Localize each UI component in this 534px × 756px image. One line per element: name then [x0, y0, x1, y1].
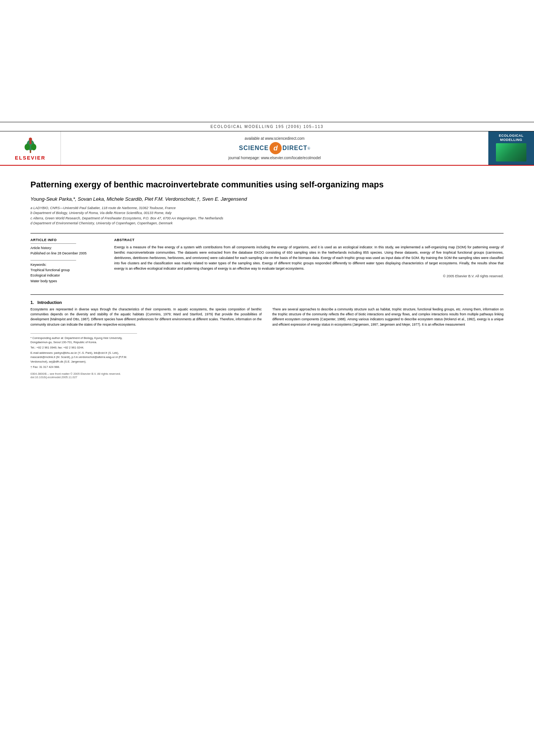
svg-rect-5: [29, 141, 31, 144]
keywords-section: Keywords: Trophical functional group Eco…: [30, 262, 107, 284]
science-text: SCIENCE: [239, 145, 269, 152]
bottom-bar: 0304-3800/$ – see front matter © 2005 El…: [30, 372, 504, 379]
body-col-left-text: Ecosystems are represented in diverse wa…: [30, 307, 262, 327]
author-text: Young-Seuk Parka,*, Sovan Leka, Michele …: [30, 196, 247, 202]
published-online: Published on line 28 December 2005: [30, 251, 107, 256]
svg-point-4: [29, 137, 32, 141]
article-info: ARTICLE INFO Article history: Published …: [30, 238, 107, 288]
footnote-fax: † Fax: 31 317 424 988.: [30, 365, 137, 369]
doi-line: doi:10.1016/j.ecolmodel.2005.11.027: [30, 376, 504, 379]
footnote-tel: Tel.: +82 2 961 0946; fax: +82 2 961 024…: [30, 345, 137, 350]
journal-header-text: ECOLOGICAL MODELLING 195 (2006) 105–113: [210, 125, 324, 129]
main-content: Patterning exergy of benthic macroinvert…: [0, 166, 534, 387]
sciencedirect-logo: SCIENCE d DIRECT ®: [239, 142, 310, 154]
affiliation-b: b Department of Biology, University of R…: [30, 211, 504, 216]
journal-homepage-text: journal homepage: www.elsevier.com/locat…: [228, 156, 321, 160]
keyword-3: Water body types: [30, 278, 107, 284]
journal-cover-image: ECOLOGICALMODELLING: [488, 131, 534, 165]
cover-image-placeholder: [496, 143, 526, 161]
body-col-right-text: There are several approaches to describe…: [273, 307, 504, 327]
direct-text: DIRECT: [282, 145, 308, 152]
elsevier-tree-icon: [21, 136, 40, 154]
top-margin: [0, 0, 534, 122]
body-col-left: Ecosystems are represented in diverse wa…: [30, 307, 262, 327]
elsevier-banner: ELSEVIER: [0, 131, 61, 165]
body-divider: [30, 294, 504, 295]
available-at-text: available at www.sciencedirect.com: [245, 136, 304, 141]
section1-number: 1.: [30, 300, 34, 305]
elsevier-label: ELSEVIER: [15, 155, 45, 161]
section1-heading: 1. Introduction: [30, 300, 504, 305]
affiliations: a LADYBIO, CNRS—Université Paul Sabatier…: [30, 206, 504, 226]
info-abstract-row: ARTICLE INFO Article history: Published …: [30, 233, 504, 288]
abstract-section: ABSTRACT Exergy is a measure of the free…: [114, 238, 504, 288]
footnote-corresponding: * Corresponding author at: Department of…: [30, 336, 137, 345]
article-info-title: ARTICLE INFO: [30, 238, 107, 242]
paper-title: Patterning exergy of benthic macroinvert…: [30, 179, 504, 190]
keyword-2: Ecological indicator: [30, 273, 107, 278]
history-label: Article history:: [30, 245, 107, 251]
info-divider: [30, 243, 76, 244]
footnotes: * Corresponding author at: Department of…: [30, 333, 137, 369]
abstract-copyright: © 2005 Elsevier B.V. All rights reserved…: [114, 274, 504, 278]
banner-middle: available at www.sciencedirect.com SCIEN…: [61, 131, 488, 165]
sd-circle-icon: d: [269, 142, 282, 154]
info-divider2: [30, 260, 76, 261]
affiliation-a: a LADYBIO, CNRS—Université Paul Sabatier…: [30, 206, 504, 211]
abstract-title: ABSTRACT: [114, 238, 504, 242]
affiliation-d: d Department of Environmental Chemistry,…: [30, 221, 504, 226]
keyword-1: Trophical functional group: [30, 267, 107, 273]
affiliation-c: c Alterra, Green World Research, Departm…: [30, 216, 504, 221]
registered-icon: ®: [308, 146, 311, 150]
journal-header: ECOLOGICAL MODELLING 195 (2006) 105–113: [0, 122, 534, 131]
article-history-section: ARTICLE INFO Article history: Published …: [30, 238, 107, 256]
keywords-label: Keywords:: [30, 262, 107, 267]
svg-point-2: [24, 144, 30, 150]
body-col-right: There are several approaches to describe…: [273, 307, 504, 327]
page: ECOLOGICAL MODELLING 195 (2006) 105–113 …: [0, 0, 534, 387]
authors-line: Young-Seuk Parka,*, Sovan Leka, Michele …: [30, 196, 504, 203]
footnote-email: E-mail addresses: parkys@khu.ac.kr (Y.-S…: [30, 351, 137, 364]
svg-point-3: [31, 144, 36, 150]
banner-row: ELSEVIER available at www.sciencedirect.…: [0, 131, 534, 166]
issn-line: 0304-3800/$ – see front matter © 2005 El…: [30, 372, 504, 376]
section1-title: Introduction: [37, 300, 62, 305]
abstract-text: Exergy is a measure of the free energy o…: [114, 245, 504, 272]
body-columns: Ecosystems are represented in diverse wa…: [30, 307, 504, 327]
eco-modelling-title: ECOLOGICALMODELLING: [499, 134, 524, 142]
